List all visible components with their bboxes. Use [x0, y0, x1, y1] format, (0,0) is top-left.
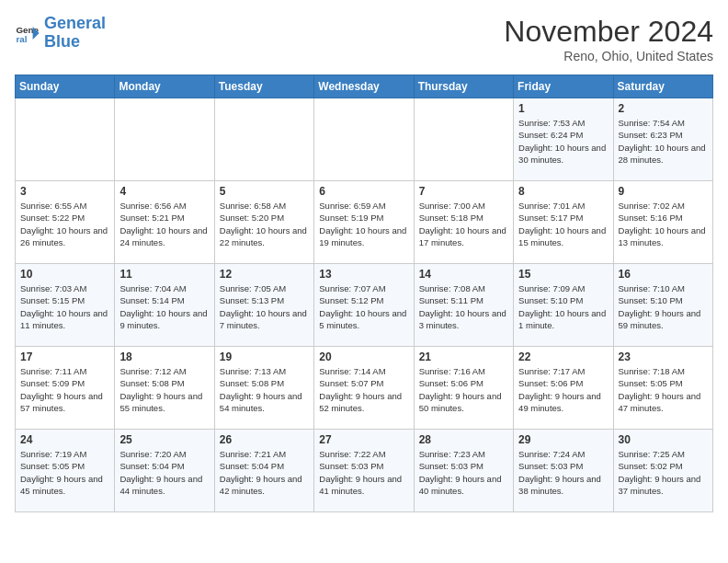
- calendar-header-tuesday: Tuesday: [214, 75, 313, 98]
- calendar-header-thursday: Thursday: [414, 75, 513, 98]
- calendar-week-1: 3Sunrise: 6:55 AMSunset: 5:22 PMDaylight…: [16, 181, 713, 264]
- day-detail: Sunrise: 7:24 AMSunset: 5:03 PMDaylight:…: [518, 448, 608, 497]
- day-detail: Sunrise: 7:20 AMSunset: 5:04 PMDaylight:…: [119, 448, 209, 497]
- day-detail: Sunrise: 7:12 AMSunset: 5:08 PMDaylight:…: [119, 365, 209, 414]
- svg-text:ral: ral: [16, 34, 27, 44]
- calendar-day: [414, 98, 513, 181]
- day-number: 17: [20, 350, 109, 363]
- day-detail: Sunrise: 7:01 AMSunset: 5:17 PMDaylight:…: [518, 200, 608, 248]
- day-detail: Sunrise: 7:03 AMSunset: 5:15 PMDaylight:…: [20, 282, 109, 331]
- calendar-header-sunday: Sunday: [16, 75, 115, 98]
- calendar-week-2: 10Sunrise: 7:03 AMSunset: 5:15 PMDayligh…: [16, 264, 713, 347]
- day-detail: Sunrise: 7:54 AMSunset: 6:23 PMDaylight:…: [619, 117, 708, 166]
- day-detail: Sunrise: 7:11 AMSunset: 5:09 PMDaylight:…: [20, 365, 109, 414]
- day-detail: Sunrise: 7:14 AMSunset: 5:07 PMDaylight:…: [319, 365, 408, 414]
- calendar-day: 29Sunrise: 7:24 AMSunset: 5:03 PMDayligh…: [514, 430, 613, 512]
- calendar-day: 22Sunrise: 7:17 AMSunset: 5:06 PMDayligh…: [514, 347, 613, 430]
- calendar-day: 14Sunrise: 7:08 AMSunset: 5:11 PMDayligh…: [414, 264, 513, 347]
- day-number: 20: [319, 350, 408, 363]
- calendar-week-3: 17Sunrise: 7:11 AMSunset: 5:09 PMDayligh…: [16, 347, 713, 430]
- calendar-day: 17Sunrise: 7:11 AMSunset: 5:09 PMDayligh…: [16, 347, 115, 430]
- calendar-body: 1Sunrise: 7:53 AMSunset: 6:24 PMDaylight…: [16, 98, 713, 512]
- calendar-day: 23Sunrise: 7:18 AMSunset: 5:05 PMDayligh…: [613, 347, 712, 430]
- day-number: 3: [20, 185, 109, 198]
- calendar-day: [314, 98, 414, 181]
- logo-text: GeneralBlue: [44, 15, 106, 52]
- day-detail: Sunrise: 7:07 AMSunset: 5:12 PMDaylight:…: [319, 282, 408, 331]
- day-detail: Sunrise: 7:00 AMSunset: 5:18 PMDaylight:…: [419, 200, 508, 248]
- calendar-week-0: 1Sunrise: 7:53 AMSunset: 6:24 PMDaylight…: [16, 98, 713, 181]
- day-detail: Sunrise: 6:56 AMSunset: 5:21 PMDaylight:…: [119, 200, 209, 248]
- day-number: 29: [518, 433, 608, 446]
- calendar-day: 1Sunrise: 7:53 AMSunset: 6:24 PMDaylight…: [514, 98, 613, 181]
- day-detail: Sunrise: 7:05 AMSunset: 5:13 PMDaylight:…: [220, 282, 309, 331]
- day-number: 23: [619, 350, 708, 363]
- day-number: 10: [20, 268, 109, 281]
- calendar-day: 26Sunrise: 7:21 AMSunset: 5:04 PMDayligh…: [214, 430, 313, 512]
- calendar-day: 15Sunrise: 7:09 AMSunset: 5:10 PMDayligh…: [514, 264, 613, 347]
- calendar-day: 10Sunrise: 7:03 AMSunset: 5:15 PMDayligh…: [16, 264, 115, 347]
- day-detail: Sunrise: 7:09 AMSunset: 5:10 PMDaylight:…: [518, 282, 608, 331]
- calendar-header-friday: Friday: [514, 75, 613, 98]
- calendar-week-4: 24Sunrise: 7:19 AMSunset: 5:05 PMDayligh…: [16, 430, 713, 512]
- day-detail: Sunrise: 7:10 AMSunset: 5:10 PMDaylight:…: [619, 282, 708, 331]
- calendar-day: 16Sunrise: 7:10 AMSunset: 5:10 PMDayligh…: [613, 264, 712, 347]
- day-detail: Sunrise: 7:04 AMSunset: 5:14 PMDaylight:…: [119, 282, 209, 331]
- calendar-day: 6Sunrise: 6:59 AMSunset: 5:19 PMDaylight…: [314, 181, 414, 264]
- calendar-day: [115, 98, 214, 181]
- calendar-day: 27Sunrise: 7:22 AMSunset: 5:03 PMDayligh…: [314, 430, 414, 512]
- calendar-day: [214, 98, 313, 181]
- day-number: 1: [518, 102, 608, 115]
- day-detail: Sunrise: 6:59 AMSunset: 5:19 PMDaylight:…: [319, 200, 408, 248]
- location: Reno, Ohio, United States: [504, 49, 713, 63]
- calendar-header-monday: Monday: [115, 75, 214, 98]
- day-number: 28: [419, 433, 508, 446]
- logo: Gene ral GeneralBlue: [15, 15, 106, 52]
- day-number: 30: [619, 433, 708, 446]
- calendar-day: 9Sunrise: 7:02 AMSunset: 5:16 PMDaylight…: [613, 181, 712, 264]
- day-detail: Sunrise: 7:13 AMSunset: 5:08 PMDaylight:…: [220, 365, 309, 414]
- day-number: 21: [419, 350, 508, 363]
- calendar-header-saturday: Saturday: [613, 75, 712, 98]
- day-detail: Sunrise: 7:16 AMSunset: 5:06 PMDaylight:…: [419, 365, 508, 414]
- day-number: 7: [419, 185, 508, 198]
- calendar-day: 28Sunrise: 7:23 AMSunset: 5:03 PMDayligh…: [414, 430, 513, 512]
- day-detail: Sunrise: 7:23 AMSunset: 5:03 PMDaylight:…: [419, 448, 508, 497]
- calendar-day: 21Sunrise: 7:16 AMSunset: 5:06 PMDayligh…: [414, 347, 513, 430]
- calendar-day: 12Sunrise: 7:05 AMSunset: 5:13 PMDayligh…: [214, 264, 313, 347]
- month-title: November 2024: [504, 15, 713, 49]
- title-block: November 2024 Reno, Ohio, United States: [504, 15, 713, 63]
- day-number: 2: [619, 102, 708, 115]
- calendar-day: 30Sunrise: 7:25 AMSunset: 5:02 PMDayligh…: [613, 430, 712, 512]
- calendar-header-wednesday: Wednesday: [314, 75, 414, 98]
- calendar-day: 8Sunrise: 7:01 AMSunset: 5:17 PMDaylight…: [514, 181, 613, 264]
- day-number: 6: [319, 185, 408, 198]
- day-detail: Sunrise: 6:55 AMSunset: 5:22 PMDaylight:…: [20, 200, 109, 248]
- page-header: Gene ral GeneralBlue November 2024 Reno,…: [15, 15, 713, 63]
- day-number: 13: [319, 268, 408, 281]
- day-detail: Sunrise: 7:02 AMSunset: 5:16 PMDaylight:…: [619, 200, 708, 248]
- day-number: 5: [220, 185, 309, 198]
- calendar-day: 13Sunrise: 7:07 AMSunset: 5:12 PMDayligh…: [314, 264, 414, 347]
- calendar-day: 7Sunrise: 7:00 AMSunset: 5:18 PMDaylight…: [414, 181, 513, 264]
- calendar-day: 3Sunrise: 6:55 AMSunset: 5:22 PMDaylight…: [16, 181, 115, 264]
- calendar-day: 19Sunrise: 7:13 AMSunset: 5:08 PMDayligh…: [214, 347, 313, 430]
- day-number: 4: [119, 185, 209, 198]
- day-detail: Sunrise: 7:18 AMSunset: 5:05 PMDaylight:…: [619, 365, 708, 414]
- day-number: 19: [220, 350, 309, 363]
- day-number: 12: [220, 268, 309, 281]
- day-detail: Sunrise: 7:25 AMSunset: 5:02 PMDaylight:…: [619, 448, 708, 497]
- calendar-day: 4Sunrise: 6:56 AMSunset: 5:21 PMDaylight…: [115, 181, 214, 264]
- day-detail: Sunrise: 7:19 AMSunset: 5:05 PMDaylight:…: [20, 448, 109, 497]
- calendar-day: 5Sunrise: 6:58 AMSunset: 5:20 PMDaylight…: [214, 181, 313, 264]
- day-number: 24: [20, 433, 109, 446]
- day-detail: Sunrise: 7:17 AMSunset: 5:06 PMDaylight:…: [518, 365, 608, 414]
- logo-icon: Gene ral: [15, 20, 40, 46]
- calendar-header-row: SundayMondayTuesdayWednesdayThursdayFrid…: [16, 75, 713, 98]
- day-number: 9: [619, 185, 708, 198]
- calendar-day: 18Sunrise: 7:12 AMSunset: 5:08 PMDayligh…: [115, 347, 214, 430]
- day-detail: Sunrise: 7:22 AMSunset: 5:03 PMDaylight:…: [319, 448, 408, 497]
- calendar-day: 24Sunrise: 7:19 AMSunset: 5:05 PMDayligh…: [16, 430, 115, 512]
- day-detail: Sunrise: 7:53 AMSunset: 6:24 PMDaylight:…: [518, 117, 608, 166]
- day-number: 18: [119, 350, 209, 363]
